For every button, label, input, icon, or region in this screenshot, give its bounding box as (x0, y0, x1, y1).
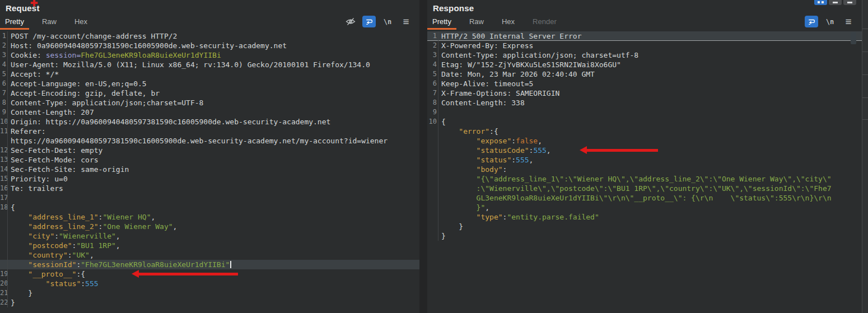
code-line[interactable]: 10{ (427, 117, 862, 127)
code-token: , (173, 222, 178, 231)
code-line[interactable]: 17 (0, 193, 419, 203)
rows-icon (833, 2, 838, 3)
code-token: "One Wiener Way" (102, 222, 172, 231)
code-line[interactable]: 11Referer: (0, 127, 419, 136)
editor-menu-button[interactable]: ≡ (842, 16, 855, 27)
line-number: 7 (0, 88, 8, 98)
line-number (427, 165, 438, 174)
code-line[interactable]: "error":{ (427, 127, 862, 136)
inspector-section-divider (862, 52, 868, 52)
code-line[interactable]: 10Origin: https://0a9600940480597381590c… (0, 117, 419, 127)
code-line[interactable]: 6Accept-Language: en-US,en;q=0.5 (0, 79, 419, 88)
code-line[interactable]: "postcode":"BU1 1RP", (0, 241, 419, 250)
response-tab-pretty[interactable]: Pretty (427, 15, 456, 30)
layout-buttons (814, 0, 856, 5)
code-line[interactable]: "body": (427, 165, 862, 174)
code-line[interactable]: 8Content-Length: 338 (427, 98, 862, 108)
line-number: 2 (427, 41, 438, 50)
line-number: 13 (0, 155, 8, 165)
single-icon (847, 2, 852, 3)
word-wrap-button[interactable] (362, 16, 376, 27)
layout-rows-button[interactable] (829, 0, 842, 5)
code-token: Content-Length: 207 (11, 108, 94, 116)
code-line[interactable]: 22} (0, 298, 419, 307)
code-line[interactable]: "address_line_2":"One Wiener Way", (0, 222, 419, 231)
layout-columns-button[interactable] (814, 0, 827, 5)
layout-single-button[interactable] (843, 0, 856, 5)
line-number: 20 (0, 279, 8, 288)
code-line[interactable]: 9 (427, 108, 862, 117)
newline-toggle-button[interactable]: \n (823, 16, 837, 27)
code-line[interactable]: 14Sec-Fetch-Site: same-origin (0, 165, 419, 174)
editor-menu-button[interactable]: ≡ (399, 16, 413, 27)
code-line[interactable]: 7X-Frame-Options: SAMEORIGIN (427, 88, 862, 98)
line-number: 10 (0, 117, 8, 127)
inspector-collapsed-strip[interactable] (862, 0, 868, 313)
code-token: : (81, 279, 85, 288)
code-line[interactable]: 1POST /my-account/change-address HTTP/2 (0, 31, 419, 41)
line-number (427, 127, 438, 136)
code-line[interactable]: } (427, 231, 862, 241)
newline-toggle-button[interactable]: \n (381, 16, 394, 27)
code-line[interactable]: 8Content-Type: application/json;charset=… (0, 98, 419, 108)
code-line[interactable]: 9Content-Length: 207 (0, 108, 419, 117)
code-token: : (511, 156, 516, 164)
code-line[interactable]: GL3eneKR9loaR8uieXeUr1dYIIBi\"\r\n\"__pr… (427, 193, 862, 203)
response-tab-hex[interactable]: Hex (497, 15, 520, 30)
code-line[interactable]: "address_line_1":"Wiener HQ", (0, 212, 419, 222)
code-token: Te: trailers (11, 184, 63, 193)
code-line[interactable]: 4Etag: W/"152-ZjYvBKXu5LeS1SRN2IWai8Xo6G… (427, 60, 862, 69)
request-editor[interactable]: 1POST /my-account/change-address HTTP/22… (0, 30, 419, 307)
code-line[interactable]: "expose":false, (427, 136, 862, 146)
code-line[interactable]: 3Cookie: session=Fhe7GL3eneKR9loaR8uieXe… (0, 50, 419, 60)
code-line[interactable]: 18{ (0, 203, 419, 212)
code-line[interactable]: 3Content-Type: application/json; charset… (427, 50, 862, 60)
code-token: Accept: */* (11, 70, 59, 78)
code-token: GL3eneKR9loaR8uieXeUr1dYIIBi\"\r\n\"__pr… (441, 194, 832, 202)
code-line[interactable]: 5Date: Mon, 23 Mar 2026 02:40:40 GMT (427, 69, 862, 79)
request-tab-hex[interactable]: Hex (69, 15, 92, 30)
code-line[interactable]: 4User-Agent: Mozilla/5.0 (X11; Linux x86… (0, 60, 419, 69)
line-number (0, 231, 8, 241)
code-line[interactable]: "type":"entity.parse.failed" (427, 212, 862, 222)
code-line[interactable]: "{\"address_line_1\":\"Wiener HQ\",\"add… (427, 174, 862, 184)
line-number (427, 203, 438, 212)
line-number: 3 (0, 50, 8, 60)
code-line[interactable]: 6Keep-Alive: timeout=5 (427, 79, 862, 88)
request-tab-raw[interactable]: Raw (37, 15, 62, 30)
code-line[interactable]: "statusCode":555, (427, 146, 862, 155)
code-line[interactable]: 5Accept: */* (0, 69, 419, 79)
code-line[interactable]: 21 } (0, 288, 419, 298)
code-line[interactable]: "country":"UK", (0, 250, 419, 260)
line-number (427, 212, 438, 222)
code-token: "Fhe7GL3eneKR9loaR8uieXeUr1dYIIBi" (81, 260, 230, 269)
code-token: "__proto__" (11, 270, 76, 278)
code-line[interactable]: 2Host: 0a9600940480597381590c16005900de.… (0, 41, 419, 50)
code-line[interactable]: "status":555, (427, 155, 862, 165)
response-editor[interactable]: 1HTTP/2 500 Internal Server Error2X-Powe… (427, 30, 862, 241)
response-tab-raw[interactable]: Raw (464, 15, 489, 30)
code-line[interactable]: 2X-Powered-By: Express (427, 41, 862, 50)
code-line[interactable]: 1HTTP/2 500 Internal Server Error (427, 31, 862, 41)
code-line[interactable]: "sessionId":"Fhe7GL3eneKR9loaR8uieXeUr1d… (0, 260, 419, 269)
code-line[interactable]: 12Sec-Fetch-Dest: empty (0, 146, 419, 155)
code-token: , (90, 251, 94, 259)
code-line[interactable]: "city":"Wienerville", (0, 231, 419, 241)
line-number (0, 136, 8, 146)
line-number (0, 260, 8, 269)
code-line[interactable]: https://0a9600940480597381590c16005900de… (0, 136, 419, 146)
code-line[interactable]: }", (427, 203, 862, 212)
code-line[interactable]: 13Sec-Fetch-Mode: cors (0, 155, 419, 165)
code-line[interactable]: } (427, 222, 862, 231)
scrollbar-thumb[interactable] (851, 32, 856, 44)
code-line[interactable]: 15Priority: u=0 (0, 174, 419, 184)
code-line[interactable]: 7Accept-Encoding: gzip, deflate, br (0, 88, 419, 98)
response-tab-render[interactable]: Render (528, 15, 562, 30)
code-line[interactable]: 16Te: trailers (0, 184, 419, 193)
code-line[interactable]: 19 "__proto__":{ (0, 269, 419, 279)
request-tab-pretty[interactable]: Pretty (0, 15, 29, 30)
code-line[interactable]: 20 "status":555 (0, 279, 419, 288)
word-wrap-button[interactable] (805, 16, 818, 27)
code-line[interactable]: :\"Wienerville\",\"postcode\":\"BU1 1RP\… (427, 184, 862, 193)
hide-nonprintable-button[interactable] (344, 16, 357, 27)
